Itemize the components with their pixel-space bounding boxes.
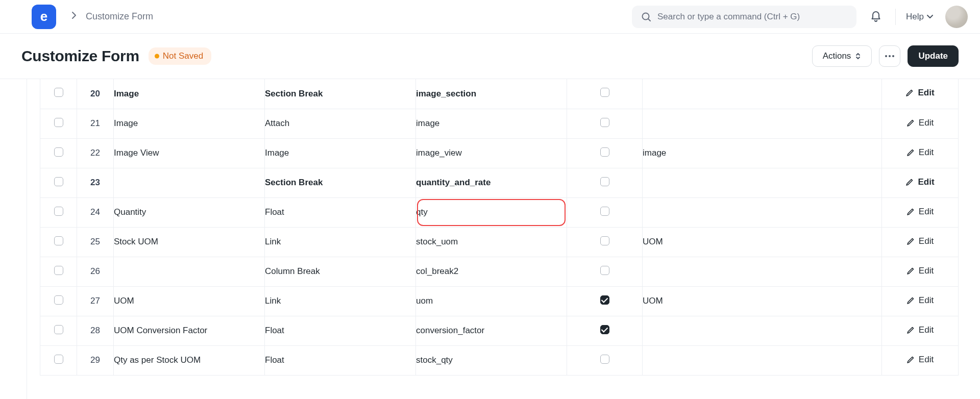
row-flag-checkbox[interactable] xyxy=(600,177,609,186)
select-icon xyxy=(855,52,861,60)
row-flag-checkbox[interactable] xyxy=(600,325,609,334)
row-options xyxy=(643,109,882,138)
row-flag-checkbox[interactable] xyxy=(600,147,609,157)
update-label: Update xyxy=(918,51,948,61)
row-fieldname: conversion_factor xyxy=(416,316,567,345)
row-select-checkbox[interactable] xyxy=(54,236,63,245)
row-flag-checkbox[interactable] xyxy=(600,88,609,97)
row-fieldname: quantity_and_rate xyxy=(416,168,567,197)
tree-gutter xyxy=(27,79,27,399)
row-fieldtype: Link xyxy=(265,286,416,316)
row-options xyxy=(643,345,882,375)
edit-label: Edit xyxy=(918,88,934,98)
row-index: 28 xyxy=(77,316,114,345)
row-edit-button[interactable]: Edit xyxy=(906,118,934,128)
row-edit-button[interactable]: Edit xyxy=(905,177,934,187)
table-row[interactable]: 21ImageAttachimageEdit xyxy=(40,109,959,138)
row-edit-button[interactable]: Edit xyxy=(906,355,934,365)
row-flag-checkbox[interactable] xyxy=(600,236,609,245)
row-label: Quantity xyxy=(114,197,265,227)
bell-icon xyxy=(870,11,882,23)
edit-label: Edit xyxy=(919,236,934,246)
row-flag-checkbox[interactable] xyxy=(600,266,609,275)
row-edit-button[interactable]: Edit xyxy=(906,207,934,217)
row-index: 26 xyxy=(77,257,114,286)
row-label: Image View xyxy=(114,138,265,168)
row-fieldtype: Attach xyxy=(265,109,416,138)
row-index: 20 xyxy=(77,79,114,109)
row-edit-button[interactable]: Edit xyxy=(906,236,934,246)
row-flag-checkbox[interactable] xyxy=(600,118,609,127)
search-input[interactable] xyxy=(657,12,847,22)
row-options: image xyxy=(643,138,882,168)
svg-point-1 xyxy=(885,55,887,57)
row-fieldtype: Section Break xyxy=(265,168,416,197)
table-row[interactable]: 20ImageSection Breakimage_sectionEdit xyxy=(40,79,959,109)
row-fieldtype: Image xyxy=(265,138,416,168)
table-row[interactable]: 22Image ViewImageimage_viewimageEdit xyxy=(40,138,959,168)
help-label: Help xyxy=(906,12,924,22)
pencil-icon xyxy=(906,237,915,245)
pencil-icon xyxy=(906,356,915,364)
row-edit-button[interactable]: Edit xyxy=(906,325,934,335)
row-fieldname: stock_qty xyxy=(416,345,567,375)
row-flag-checkbox[interactable] xyxy=(600,295,609,305)
actions-menu[interactable]: Actions xyxy=(812,45,872,67)
row-edit-button[interactable]: Edit xyxy=(906,266,934,276)
row-fieldtype: Section Break xyxy=(265,79,416,109)
table-row[interactable]: 28UOM Conversion FactorFloatconversion_f… xyxy=(40,316,959,345)
fields-table: 20ImageSection Breakimage_sectionEdit21I… xyxy=(40,79,959,376)
row-select-checkbox[interactable] xyxy=(54,295,63,305)
edit-label: Edit xyxy=(919,118,934,128)
row-select-checkbox[interactable] xyxy=(54,147,63,157)
row-index: 27 xyxy=(77,286,114,316)
row-label: UOM xyxy=(114,286,265,316)
table-row[interactable]: 26Column Breakcol_break2Edit xyxy=(40,257,959,286)
edit-label: Edit xyxy=(919,207,934,217)
pencil-icon xyxy=(906,148,915,157)
row-edit-button[interactable]: Edit xyxy=(906,147,934,158)
row-fieldtype: Float xyxy=(265,197,416,227)
row-select-checkbox[interactable] xyxy=(54,355,63,364)
row-select-checkbox[interactable] xyxy=(54,207,63,216)
edit-label: Edit xyxy=(918,177,934,187)
table-row[interactable]: 24QuantityFloatqtyEdit xyxy=(40,197,959,227)
table-row[interactable]: 25Stock UOMLinkstock_uomUOMEdit xyxy=(40,227,959,257)
global-search[interactable] xyxy=(632,6,856,28)
avatar[interactable] xyxy=(945,6,968,28)
table-row[interactable]: 27UOMLinkuomUOMEdit xyxy=(40,286,959,316)
row-index: 29 xyxy=(77,345,114,375)
row-flag-checkbox[interactable] xyxy=(600,207,609,216)
row-flag-checkbox[interactable] xyxy=(600,355,609,364)
row-select-checkbox[interactable] xyxy=(54,118,63,127)
row-edit-button[interactable]: Edit xyxy=(905,88,934,98)
row-options xyxy=(643,257,882,286)
page-header-actions: Actions Update xyxy=(812,45,959,67)
row-options xyxy=(643,197,882,227)
row-edit-button[interactable]: Edit xyxy=(906,295,934,306)
help-menu[interactable]: Help xyxy=(906,12,933,22)
update-button[interactable]: Update xyxy=(908,45,959,67)
pencil-icon xyxy=(906,326,915,334)
row-label: Qty as per Stock UOM xyxy=(114,345,265,375)
row-label: Stock UOM xyxy=(114,227,265,257)
row-label: Image xyxy=(114,109,265,138)
row-options: UOM xyxy=(643,227,882,257)
more-horizontal-icon xyxy=(885,55,894,57)
table-row[interactable]: 29Qty as per Stock UOMFloatstock_qtyEdit xyxy=(40,345,959,375)
row-select-checkbox[interactable] xyxy=(54,266,63,275)
breadcrumb[interactable]: Customize Form xyxy=(86,11,153,22)
page-title: Customize Form xyxy=(21,47,139,65)
more-button[interactable] xyxy=(879,45,900,67)
appbar-divider xyxy=(895,9,896,25)
row-select-checkbox[interactable] xyxy=(54,325,63,334)
notifications-button[interactable] xyxy=(867,8,885,26)
table-row[interactable]: 23Section Breakquantity_and_rateEdit xyxy=(40,168,959,197)
appbar-right: Help xyxy=(632,6,968,28)
row-label xyxy=(114,257,265,286)
pencil-icon xyxy=(905,178,914,186)
row-select-checkbox[interactable] xyxy=(54,88,63,97)
app-logo[interactable]: e xyxy=(32,5,56,29)
row-select-checkbox[interactable] xyxy=(54,177,63,186)
row-fieldtype: Float xyxy=(265,345,416,375)
